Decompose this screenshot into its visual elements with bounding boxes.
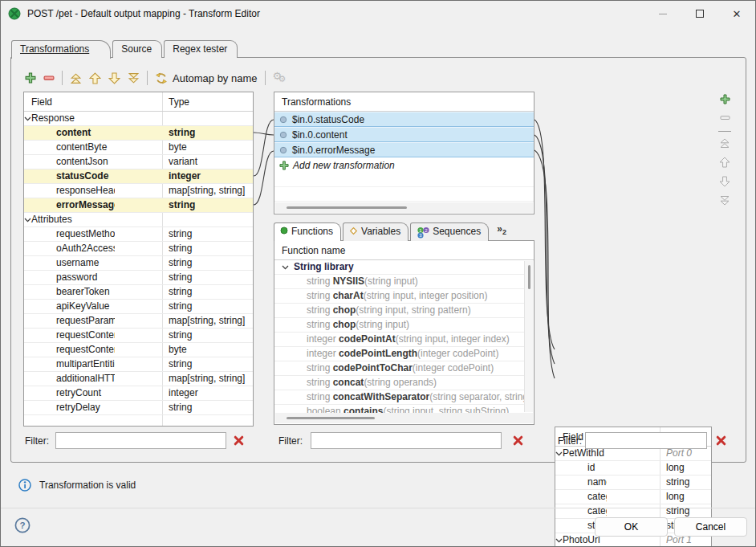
transformation-row[interactable]: $in.0.content [274,127,534,142]
ok-button[interactable]: OK [595,517,668,537]
chevron-down-icon[interactable] [555,447,563,459]
tab-transformations[interactable]: Transformations [11,40,111,59]
right-filter-input[interactable] [585,432,707,449]
function-row[interactable]: string chop(string input) [274,318,524,333]
tab-functions[interactable]: Functions [274,222,341,241]
remove-transformation-button[interactable] [43,72,55,84]
add-new-transformation[interactable]: Add new transformation [274,157,534,173]
maximize-button[interactable] [681,1,718,27]
field-name: content [56,127,91,138]
field-row[interactable]: requestMethodstring [24,227,253,242]
field-row[interactable]: usernamestring [24,256,253,271]
field-row[interactable]: contentBytebyte [24,141,253,155]
move-bottom-button[interactable] [719,195,730,209]
add-field-button[interactable] [720,94,730,107]
field-row[interactable]: errorMessagestring [24,198,253,213]
remove-icon [43,72,55,84]
clear-filter-icon[interactable] [715,435,727,447]
field-name: additionalHTTPHeaders [56,373,115,384]
field-name: Attributes [31,214,72,225]
field-row[interactable]: apiKeyValuestring [24,300,253,314]
add-transformation-button[interactable] [25,72,36,84]
field-row[interactable]: statusCodeinteger [24,169,253,184]
chevron-down-icon[interactable] [282,260,289,274]
tab-variables[interactable]: Variables [343,222,408,241]
function-row[interactable]: string codePointToChar(integer codePoint… [274,361,524,376]
move-down-button[interactable] [108,72,120,84]
field-type: byte [169,141,187,153]
transformation-dot-icon [279,116,287,124]
function-row[interactable]: boolean contains(string input, string su… [274,405,524,413]
remove-field-button[interactable] [720,112,730,125]
tab-source[interactable]: Source [112,40,162,58]
field-type: string [169,243,192,254]
function-row[interactable]: string NYSIIS(string input) [274,275,524,289]
transformations-header: Transformations [274,92,534,112]
field-row[interactable]: multipartEntitiesstring [24,357,253,372]
field-row[interactable]: requestContentBytebyte [24,343,253,357]
automap-button[interactable]: Automap by name [155,72,258,84]
function-name: charAt [333,290,364,301]
function-row[interactable]: string charAt(string input, integer posi… [274,289,524,304]
function-row[interactable]: string concat(string operands) [274,376,524,390]
add-new-transformation-label: Add new transformation [293,160,395,171]
move-bottom-button[interactable] [128,72,140,84]
scrollbar-thumb[interactable] [287,417,375,419]
chevron-down-icon[interactable] [24,112,31,124]
tab-sequences[interactable]: 1 2 3 Sequences [410,222,489,241]
field-row[interactable]: contentJsonvariant [24,155,253,169]
function-row[interactable]: integer codePointAt(string input, intege… [274,333,524,347]
field-row[interactable]: contentstring [24,126,253,141]
transformations-filter-input[interactable] [311,432,502,449]
field-row[interactable]: additionalHTTPHeadersmap[string, string] [24,372,253,386]
field-name: bearerToken [56,286,110,297]
field-row[interactable]: requestContentstring [24,329,253,343]
left-filter-input[interactable] [55,432,226,449]
tab-regex-tester[interactable]: Regex tester [164,40,238,58]
tab-overflow-chevron[interactable]: »2 [490,222,511,241]
field-row[interactable]: idlong [555,461,711,476]
transformation-expression: $in.0.statusCode [292,112,364,127]
clear-filter-icon[interactable] [512,435,524,447]
field-row[interactable]: bearerTokenstring [24,285,253,300]
function-library-group[interactable]: String library [274,260,524,275]
field-group-row[interactable]: Attributes [24,213,253,227]
vertical-scrollbar[interactable] [524,261,533,412]
function-params: (integer codePoint) [413,362,494,374]
help-button[interactable]: ? [14,517,30,536]
move-top-button[interactable] [70,72,82,84]
add-icon [720,94,730,104]
clear-filter-icon[interactable] [233,435,245,447]
move-up-icon [719,157,730,168]
transformation-row[interactable]: $in.0.statusCode [274,112,534,127]
field-row[interactable]: oAuth2AccessTokenstring [24,242,253,256]
move-bottom-icon [719,195,730,206]
transformation-row[interactable]: $in.0.errorMessage [274,142,534,157]
chevron-down-icon[interactable] [24,214,31,225]
field-row[interactable]: retryCountinteger [24,386,253,401]
field-row[interactable]: responseHeadersmap[string, string] [24,184,253,198]
move-top-button[interactable] [719,137,730,151]
close-button[interactable]: ✕ [718,1,755,27]
field-group-row[interactable]: Response [24,112,253,126]
field-row[interactable]: namestring [555,476,711,490]
field-row[interactable]: requestParametersmap[string, string] [24,314,253,329]
field-row[interactable]: retryDelaystring [24,401,253,415]
function-row[interactable]: string concatWithSeparator(string separa… [274,390,524,405]
horizontal-scrollbar[interactable] [275,413,533,423]
scrollbar-thumb[interactable] [528,265,530,289]
minimize-button[interactable] [644,1,681,27]
move-down-button[interactable] [719,176,730,190]
field-row[interactable]: passwordstring [24,271,253,285]
settings-button[interactable]: ⚙⚙ [273,71,289,85]
field-name: username [56,257,99,268]
function-row[interactable]: string chop(string input, string pattern… [274,304,524,318]
horizontal-scrollbar[interactable] [275,202,533,213]
cancel-button[interactable]: Cancel [674,517,747,537]
function-row[interactable]: integer codePointLength(integer codePoin… [274,347,524,361]
field-row[interactable]: categoryIdlong [555,490,711,504]
move-up-button[interactable] [89,72,101,84]
chevron-down-icon[interactable] [555,534,563,545]
scrollbar-thumb[interactable] [287,206,407,209]
move-up-button[interactable] [719,157,730,170]
